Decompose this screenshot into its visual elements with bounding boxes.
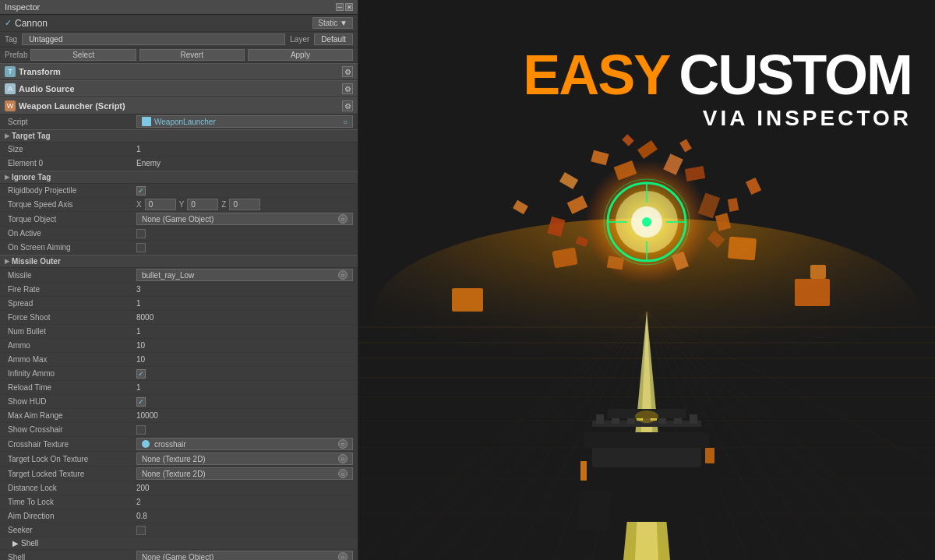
- fire-rate-label: Fire Rate: [8, 285, 136, 294]
- close-btn[interactable]: ✕: [345, 3, 353, 11]
- z-label: Z: [221, 200, 226, 209]
- promo-via: VIA INSPECTOR: [523, 106, 912, 131]
- element0-label: Element 0: [8, 159, 136, 167]
- transform-component-header[interactable]: T Transform ⚙: [0, 63, 358, 80]
- promo-custom: CUSTOM: [679, 47, 912, 103]
- show-hud-label: Show HUD: [8, 397, 136, 406]
- gameobject-name[interactable]: Cannon: [15, 18, 309, 29]
- force-shoot-value: 8000: [136, 313, 353, 322]
- torque-obj-circle-btn[interactable]: ○: [338, 214, 348, 224]
- ignore-tag-label: Ignore Tag: [12, 173, 51, 181]
- shell-subsection[interactable]: ▶ Shell: [0, 537, 358, 550]
- target-tag-section[interactable]: ▶ Target Tag: [0, 129, 358, 143]
- on-active-row: On Active: [0, 227, 358, 241]
- layer-dropdown[interactable]: Default: [314, 33, 353, 45]
- rigidbody-label: Rigidbody Projectile: [8, 186, 136, 195]
- ammo-label: Ammo: [8, 341, 136, 350]
- ammo-value: 10: [136, 341, 353, 350]
- reload-time-label: Reload Time: [8, 383, 136, 392]
- target-locked-circle-btn[interactable]: ○: [338, 469, 348, 478]
- weapon-launcher-component-header[interactable]: W Weapon Launcher (Script) ⚙: [0, 97, 358, 114]
- gameobject-enabled-checkbox[interactable]: ✓: [5, 18, 12, 28]
- inspector-scroll-area[interactable]: T Transform ⚙ A Audio Source ⚙ W Weapon …: [0, 63, 358, 560]
- show-crosshair-checkbox[interactable]: [136, 425, 146, 435]
- promo-overlay: EASY CUSTOM VIA INSPECTOR: [523, 47, 912, 131]
- target-locked-texture-field[interactable]: None (Texture 2D) ○: [136, 467, 353, 480]
- svg-rect-58: [728, 237, 757, 261]
- inspector-panel: Inspector ─ ✕ ✓ Cannon Static ▼ Tag Unta…: [0, 0, 358, 560]
- target-lock-on-texture-field[interactable]: None (Texture 2D) ○: [136, 453, 353, 465]
- shell-arrow: ▶: [12, 539, 19, 548]
- y-val[interactable]: 0: [187, 199, 218, 210]
- target-lock-on-texture-row: Target Lock On Texture None (Texture 2D)…: [0, 452, 358, 467]
- script-field[interactable]: WeaponLauncher ○: [136, 115, 353, 128]
- audio-source-component-header[interactable]: A Audio Source ⚙: [0, 80, 358, 97]
- crosshair-green-dot: [142, 440, 150, 448]
- aim-direction-row: Aim Direction 0.8: [0, 509, 358, 523]
- crosshair-circle-btn[interactable]: ○: [338, 439, 348, 449]
- infinity-ammo-checkbox[interactable]: ✓: [136, 369, 146, 379]
- prefab-row: Prefab Select Revert Apply: [0, 48, 358, 63]
- prefab-apply-btn[interactable]: Apply: [248, 49, 353, 61]
- script-value: WeaponLauncher: [154, 118, 216, 126]
- prefab-select-btn[interactable]: Select: [30, 49, 136, 61]
- missile-field[interactable]: bullet_ray_Low ○: [136, 269, 353, 281]
- shell-label: Shell: [21, 539, 38, 548]
- target-locked-texture-row: Target Locked Texture None (Texture 2D) …: [0, 467, 358, 481]
- crosshair-texture-row: Crosshair Texture crosshair ○: [0, 437, 358, 452]
- gameobject-row: ✓ Cannon Static ▼: [0, 15, 358, 32]
- missile-outer-section[interactable]: ▶ Missile Outer: [0, 255, 358, 268]
- transform-gear-btn[interactable]: ⚙: [342, 66, 353, 77]
- target-lock-on-circle-btn[interactable]: ○: [338, 454, 348, 463]
- num-bullet-row: Num Bullet 1: [0, 325, 358, 339]
- tag-dropdown[interactable]: Untagged: [22, 33, 285, 45]
- ammo-max-value: 10: [136, 355, 353, 364]
- show-crosshair-label: Show Crosshair: [8, 425, 136, 434]
- fire-rate-value: 3: [136, 285, 353, 294]
- on-screen-aiming-checkbox[interactable]: [136, 243, 146, 252]
- shell-field[interactable]: None (Game Object) ○: [136, 551, 353, 560]
- element0-value: Enemy: [136, 159, 353, 167]
- rigidbody-checkbox[interactable]: ✓: [136, 186, 146, 195]
- size-value-1: 1: [136, 145, 353, 153]
- show-hud-row: Show HUD ✓: [0, 395, 358, 409]
- shell-circle-btn[interactable]: ○: [338, 552, 348, 560]
- ignore-tag-section[interactable]: ▶ Ignore Tag: [0, 171, 358, 184]
- spread-value: 1: [136, 299, 353, 308]
- crosshair-texture-field[interactable]: crosshair ○: [136, 438, 353, 450]
- target-lock-on-texture-label: Target Lock On Texture: [8, 455, 136, 463]
- torque-speed-label: Torque Speed Axis: [8, 200, 136, 209]
- minimize-btn[interactable]: ─: [336, 3, 344, 11]
- z-val[interactable]: 0: [229, 199, 260, 210]
- audio-gear-btn[interactable]: ⚙: [342, 83, 353, 94]
- y-label: Y: [179, 200, 185, 209]
- torque-obj-field[interactable]: None (Game Object) ○: [136, 213, 353, 225]
- num-bullet-value: 1: [136, 327, 353, 336]
- missile-circle-btn[interactable]: ○: [338, 270, 348, 280]
- prefab-revert-btn[interactable]: Revert: [139, 49, 245, 61]
- transform-label: Transform: [19, 67, 339, 76]
- svg-rect-78: [580, 461, 587, 481]
- x-val[interactable]: 0: [145, 199, 176, 210]
- torque-speed-value: X 0 Y 0 Z 0: [136, 199, 353, 210]
- force-shoot-label: Force Shoot: [8, 313, 136, 322]
- target-lock-on-texture-value: None (Texture 2D): [142, 455, 206, 463]
- script-icon: [142, 117, 151, 126]
- ignore-tag-arrow: ▶: [5, 174, 9, 181]
- seeker-checkbox[interactable]: [136, 526, 146, 535]
- show-hud-checkbox[interactable]: ✓: [136, 397, 146, 407]
- crosshair-texture-label: Crosshair Texture: [8, 440, 136, 449]
- svg-rect-62: [452, 288, 483, 312]
- weapon-launcher-gear-btn[interactable]: ⚙: [342, 100, 353, 111]
- spread-row: Spread 1: [0, 297, 358, 311]
- reload-time-row: Reload Time 1: [0, 381, 358, 395]
- static-badge[interactable]: Static ▼: [312, 17, 353, 29]
- ammo-max-row: Ammo Max 10: [0, 353, 358, 367]
- element0-row: Element 0 Enemy: [0, 157, 358, 171]
- on-active-checkbox[interactable]: [136, 229, 146, 238]
- script-circle-btn[interactable]: ○: [343, 118, 348, 126]
- time-to-lock-row: Time To Lock 2: [0, 495, 358, 509]
- seeker-label: Seeker: [8, 526, 136, 534]
- target-tag-arrow: ▶: [5, 132, 9, 139]
- shell-row: Shell None (Game Object) ○: [0, 550, 358, 560]
